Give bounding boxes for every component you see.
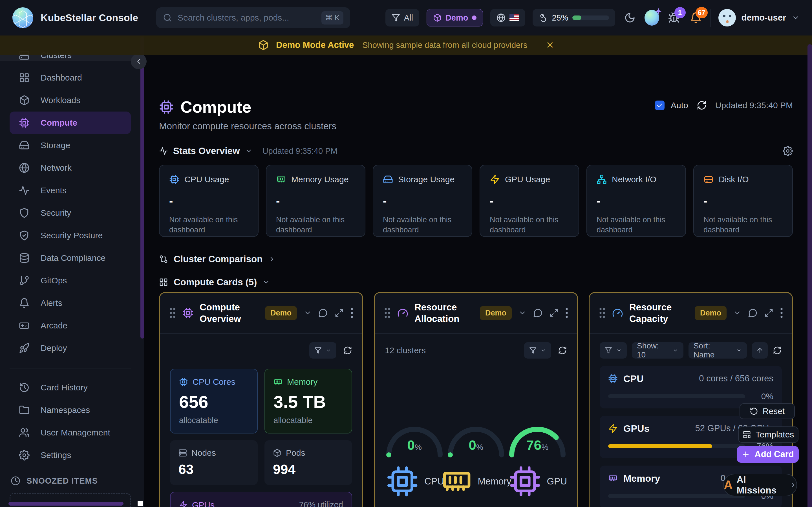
global-search-input[interactable]: Search clusters, apps, pods... ⌘ K — [156, 7, 350, 28]
ai-missions-logo: A — [724, 479, 733, 491]
funnel-icon — [605, 347, 612, 354]
drag-handle-icon[interactable] — [599, 307, 606, 319]
card-filter-button[interactable] — [309, 342, 336, 358]
stat-value: - — [169, 194, 248, 207]
chat-icon[interactable] — [318, 308, 328, 318]
theme-toggle-button[interactable] — [622, 10, 637, 25]
us-flag-icon — [509, 14, 519, 21]
sidebar-item-data-compliance[interactable]: Data Compliance — [0, 247, 140, 269]
cpu-icon — [608, 374, 618, 383]
globe-icon — [18, 163, 30, 173]
sidebar-item-arcade[interactable]: Arcade — [0, 314, 140, 337]
chat-icon[interactable] — [748, 308, 758, 318]
assistant-button[interactable] — [645, 10, 659, 25]
kebab-menu-icon[interactable] — [565, 308, 568, 318]
sidebar-item-card-history[interactable]: Card History — [0, 376, 140, 399]
drag-handle-icon[interactable] — [384, 307, 391, 319]
gauge-label: Memory — [477, 476, 511, 487]
sidebar-item-label: User Management — [41, 428, 110, 438]
chevron-down-icon[interactable] — [245, 147, 252, 155]
tile-note: allocatable — [273, 416, 343, 425]
arrow-up-icon — [756, 347, 763, 354]
tile-gpus: GPUs 76% utilized 52 / 68 allocated — [170, 492, 352, 507]
sort-dropdown[interactable]: Sort: Name — [689, 342, 747, 358]
stat-note: Not available on this dashboard — [490, 215, 569, 235]
gauge-value: 76 — [526, 438, 541, 453]
sidebar-item-workloads[interactable]: Workloads — [0, 89, 140, 112]
sidebar-scrollbar[interactable] — [140, 37, 144, 339]
expand-icon[interactable] — [764, 308, 773, 318]
sidebar-item-settings[interactable]: Settings — [0, 444, 140, 466]
banner-close-button[interactable]: ✕ — [546, 40, 554, 51]
capacity-name: Memory — [623, 473, 660, 484]
demo-mode-button[interactable]: Demo — [426, 9, 483, 26]
capacity-filter-button[interactable] — [600, 342, 627, 358]
drag-handle-icon[interactable] — [169, 307, 176, 319]
stat-label: Memory Usage — [291, 175, 349, 184]
sidebar-item-gitops[interactable]: GitOps — [0, 269, 140, 292]
cpu-icon — [385, 465, 420, 498]
auto-refresh-checkbox[interactable] — [655, 101, 665, 110]
card-refresh-button[interactable] — [343, 346, 352, 355]
filter-all-label: All — [404, 13, 413, 22]
top-navbar: KubeStellar Console Search clusters, app… — [0, 0, 812, 36]
tile-label: Nodes — [192, 448, 216, 458]
sidebar-item-namespaces[interactable]: Namespaces — [0, 399, 140, 421]
expand-icon[interactable] — [550, 308, 559, 318]
cluster-comparison-toggle[interactable]: Cluster Comparison — [159, 254, 793, 265]
filter-all-button[interactable]: All — [386, 9, 419, 26]
hard-drive-icon — [383, 174, 393, 184]
sidebar-item-alerts[interactable]: Alerts — [0, 292, 140, 314]
package-icon — [433, 13, 442, 22]
language-button[interactable] — [490, 9, 525, 26]
gauge-icon — [612, 307, 623, 319]
user-menu[interactable]: demo-user — [718, 9, 800, 26]
templates-button[interactable]: Templates — [738, 427, 799, 443]
add-card-button[interactable]: Add Card — [737, 446, 799, 463]
chat-icon[interactable] — [533, 308, 543, 318]
gamepad-icon — [18, 320, 30, 331]
gauge-unit: % — [476, 443, 483, 452]
sidebar-item-dashboard[interactable]: Dashboard — [0, 66, 140, 89]
zoom-control[interactable]: 25% — [532, 9, 615, 26]
sidebar-item-network[interactable]: Network — [0, 157, 140, 179]
sidebar-item-user-management[interactable]: User Management — [0, 421, 140, 444]
stats-settings-button[interactable] — [783, 146, 793, 156]
updated-timestamp: Updated 9:35:40 PM — [715, 101, 793, 110]
sidebar-item-security[interactable]: Security — [0, 202, 140, 224]
debug-button[interactable]: 1 — [666, 10, 681, 25]
expand-icon[interactable] — [335, 308, 344, 318]
sidebar-item-security-posture[interactable]: Security Posture — [0, 224, 140, 247]
gauge-memory: 0% Memory — [446, 424, 506, 498]
chevron-down-icon[interactable] — [733, 309, 741, 317]
card-filter-button[interactable] — [524, 342, 551, 358]
zoom-meter[interactable] — [572, 15, 609, 20]
compute-cards-toggle[interactable]: Compute Cards (5) — [159, 277, 793, 288]
sidebar-horizontal-scrollbar[interactable] — [8, 502, 123, 506]
chevron-down-icon[interactable] — [304, 309, 312, 317]
page-scrollbar[interactable] — [808, 44, 812, 507]
refresh-button[interactable] — [697, 100, 707, 110]
stats-overview-header[interactable]: Stats Overview — [173, 146, 240, 156]
kebab-menu-icon[interactable] — [780, 308, 783, 318]
sidebar-item-compute[interactable]: Compute — [10, 112, 131, 134]
card-refresh-button[interactable] — [558, 346, 567, 355]
capacity-refresh-button[interactable] — [773, 346, 782, 355]
memory-icon — [276, 174, 286, 184]
sidebar-collapse-button[interactable] — [131, 54, 147, 69]
ai-missions-button[interactable]: A AI Missions — [723, 474, 797, 496]
sort-direction-button[interactable] — [752, 342, 768, 358]
ai-sphere-icon — [645, 10, 659, 25]
kebab-menu-icon[interactable] — [350, 308, 353, 318]
memory-icon — [441, 465, 473, 498]
show-count-dropdown[interactable]: Show: 10 — [632, 342, 683, 358]
sidebar-item-events[interactable]: Events — [0, 179, 140, 202]
sidebar-item-storage[interactable]: Storage — [0, 134, 140, 157]
sidebar-item-label: Network — [41, 163, 71, 173]
reset-button[interactable]: Reset — [740, 403, 795, 419]
chevron-down-icon[interactable] — [518, 309, 526, 317]
notifications-button[interactable]: 67 — [689, 10, 703, 25]
sidebar-item-deploy[interactable]: Deploy — [0, 337, 140, 359]
debug-count-badge: 1 — [674, 7, 686, 18]
activity-icon — [159, 147, 168, 156]
